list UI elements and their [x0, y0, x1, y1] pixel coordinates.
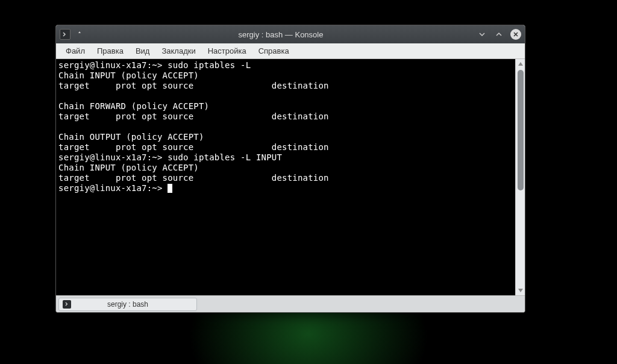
- konsole-window: sergiy : bash — Konsole Файл Правка Вид …: [55, 25, 525, 313]
- close-button[interactable]: [510, 29, 521, 40]
- minimize-button[interactable]: [477, 29, 487, 40]
- tab-bash[interactable]: sergiy : bash: [58, 298, 197, 311]
- app-icon[interactable]: [60, 29, 70, 40]
- menu-file[interactable]: Файл: [61, 45, 90, 57]
- terminal-container: sergiy@linux-x1a7:~> sudo iptables -L Ch…: [56, 59, 525, 295]
- menu-bookmarks[interactable]: Закладки: [157, 45, 200, 57]
- terminal[interactable]: sergiy@linux-x1a7:~> sudo iptables -L Ch…: [56, 59, 515, 295]
- menu-edit[interactable]: Правка: [92, 45, 128, 57]
- menu-settings[interactable]: Настройка: [203, 45, 251, 57]
- pin-icon[interactable]: [74, 29, 85, 40]
- titlebar-left: [60, 29, 85, 40]
- scrollbar[interactable]: [515, 59, 525, 295]
- window-title: sergiy : bash — Konsole: [85, 30, 477, 39]
- scroll-up-icon[interactable]: [516, 59, 525, 69]
- titlebar[interactable]: sergiy : bash — Konsole: [56, 25, 525, 43]
- tabbar: sergiy : bash: [56, 295, 525, 312]
- cursor: [168, 184, 172, 193]
- window-controls: [477, 29, 521, 40]
- scroll-down-icon[interactable]: [516, 286, 525, 295]
- menu-view[interactable]: Вид: [131, 45, 155, 57]
- menu-help[interactable]: Справка: [254, 45, 294, 57]
- maximize-button[interactable]: [493, 29, 504, 40]
- terminal-icon: [63, 300, 71, 309]
- menubar: Файл Правка Вид Закладки Настройка Справ…: [56, 43, 525, 59]
- scroll-thumb[interactable]: [518, 70, 524, 190]
- tab-label: sergiy : bash: [107, 300, 148, 309]
